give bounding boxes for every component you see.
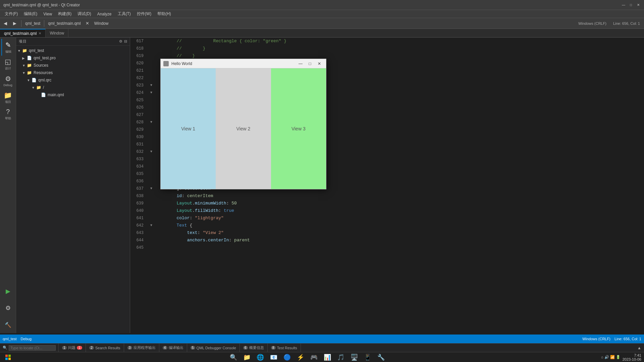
- taskbar-app-9[interactable]: 🖥️: [348, 351, 360, 362]
- bottom-panel-right: ▲: [635, 344, 644, 352]
- menu-item-d[interactable]: 调试(D): [75, 10, 94, 17]
- sidebar-filter-icon[interactable]: ⚙: [119, 39, 123, 44]
- taskbar-app-7[interactable]: 📊: [321, 351, 333, 362]
- menu-item-e[interactable]: 编辑(E): [21, 10, 40, 17]
- fold-arrow-620: [150, 60, 156, 67]
- menu-item-f[interactable]: 文件(F): [2, 10, 20, 17]
- preview-close[interactable]: ✕: [315, 61, 323, 67]
- fold-arrow-623[interactable]: ▼: [150, 82, 156, 89]
- taskbar-app-3[interactable]: 📧: [268, 351, 280, 362]
- tree-arrow-0: ▼: [17, 49, 22, 53]
- search-icon: 🔍: [3, 346, 7, 350]
- line-num-643: 643: [130, 229, 144, 237]
- tab-label-general-msgs: 概要信息: [249, 345, 264, 350]
- bottom-tab-issues[interactable]: 1问题1: [59, 344, 86, 352]
- fold-arrow-632[interactable]: ▼: [150, 148, 156, 156]
- taskbar-app-6[interactable]: 🎮: [308, 351, 320, 362]
- menu-item-analyze[interactable]: Analyze: [95, 11, 114, 17]
- sidebar-item-design[interactable]: ◱ 设计: [1, 56, 15, 72]
- tab-bar: qml_test/main.qml ✕ Window: [0, 29, 644, 38]
- tree-label-3: Resources: [34, 70, 53, 75]
- fold-arrow-627: [150, 111, 156, 119]
- tab-num-compile-output: 4: [163, 346, 167, 350]
- sidebar-item-debugrun[interactable]: ⚙: [1, 300, 15, 316]
- bottom-tab-compile-output[interactable]: 4编译输出: [159, 344, 187, 352]
- fold-arrow-642[interactable]: ▼: [150, 222, 156, 229]
- bottom-tab-qml-debugger[interactable]: 5QML Debugger Console: [187, 344, 240, 352]
- bottom-tab-test-results[interactable]: 8Test Results: [268, 344, 301, 352]
- tree-arrow-2: ▼: [22, 64, 27, 67]
- sidebar-item-help[interactable]: ? 帮助: [1, 106, 15, 123]
- menu-item-w[interactable]: 控件(W): [134, 10, 154, 17]
- taskbar-clock[interactable]: 7:412023-10-06: [623, 353, 641, 361]
- edit-icon: ✎: [5, 41, 11, 49]
- toolbar-forward[interactable]: ▶: [11, 19, 19, 27]
- tree-label-1: qml_test.pro: [34, 56, 56, 60]
- tab-label-compile-output: 编译输出: [169, 345, 183, 350]
- tab-window[interactable]: Window: [46, 29, 68, 37]
- code-line-643: text: "View 2": [150, 229, 635, 237]
- minimize-button[interactable]: —: [621, 3, 626, 7]
- start-button[interactable]: [0, 355, 16, 360]
- line-num-642: 642: [130, 222, 144, 229]
- debugrun-icon: ⚙: [5, 304, 11, 312]
- sidebar-item-project[interactable]: 📁 项目: [1, 89, 15, 106]
- build-icon: 🔨: [5, 322, 11, 328]
- taskbar-app-0[interactable]: 🔍: [227, 351, 239, 362]
- tree-item-5[interactable]: ▼📁/: [16, 84, 130, 91]
- tree-item-6[interactable]: 📄main.qml: [16, 91, 130, 99]
- sidebar-item-build[interactable]: 🔨: [1, 316, 15, 333]
- close-button[interactable]: ✕: [636, 3, 641, 7]
- line-num-634: 634: [130, 163, 144, 170]
- bottom-tab-general-msgs[interactable]: 6概要信息: [240, 344, 268, 352]
- menu-item-h[interactable]: 帮助(H): [155, 10, 174, 17]
- sidebar-collapse-icon[interactable]: ⊟: [124, 39, 127, 44]
- preview-minimize[interactable]: —: [297, 61, 305, 67]
- fold-arrow-637[interactable]: ▼: [150, 185, 156, 192]
- taskbar-app-1[interactable]: 📁: [241, 351, 253, 362]
- tree-item-4[interactable]: ▼📄qml.qrc: [16, 76, 130, 84]
- fold-arrow-628[interactable]: ▼: [150, 119, 156, 126]
- tree-icon-2: 📁: [27, 63, 32, 68]
- sidebar-item-run[interactable]: ▶: [1, 283, 15, 300]
- tab-num-app-output: 3: [127, 346, 132, 350]
- tree-item-3[interactable]: ▼📁Resources: [16, 69, 130, 76]
- bottom-tab-search[interactable]: 2Search Results: [86, 344, 124, 352]
- sidebar-item-debug[interactable]: ⚙ Debug: [1, 72, 15, 89]
- line-num-638: 638: [130, 192, 144, 200]
- menu-item-view[interactable]: View: [41, 11, 55, 17]
- taskbar-app-4[interactable]: 🔵: [281, 351, 293, 362]
- taskbar-app-10[interactable]: 📱: [362, 351, 374, 362]
- toolbar-back[interactable]: ◀: [1, 19, 9, 27]
- bottom-search-input[interactable]: [9, 345, 56, 351]
- toolbar-close-file[interactable]: ✕: [84, 19, 92, 27]
- encoding-status: Windows (CRLF): [582, 337, 610, 341]
- maximize-button[interactable]: □: [629, 3, 633, 7]
- code-line-639: Layout.minimumWidth: 50: [150, 200, 635, 207]
- taskbar-app-2[interactable]: 🌐: [254, 351, 266, 362]
- tree-icon-0: 📁: [22, 48, 28, 53]
- expand-panel-button[interactable]: ▲: [637, 346, 641, 350]
- line-num-631: 631: [130, 141, 144, 148]
- sidebar-item-edit[interactable]: ✎ 编辑: [1, 39, 15, 56]
- taskbar-app-8[interactable]: 🎵: [335, 351, 347, 362]
- bottom-tab-app-output[interactable]: 3应用程序输出: [124, 344, 159, 352]
- tab-close-icon[interactable]: ✕: [39, 32, 41, 35]
- tree-item-0[interactable]: ▼📁qml_test: [16, 47, 130, 54]
- tab-main-qml[interactable]: qml_test/main.qml ✕: [0, 29, 46, 37]
- taskbar-app-5[interactable]: ⚡: [294, 351, 307, 362]
- tree-item-1[interactable]: ▶📄qml_test.pro: [16, 54, 130, 62]
- fold-arrow-624[interactable]: ▼: [150, 89, 156, 97]
- tree-arrow-4: ▼: [27, 78, 32, 82]
- project-icon: 📁: [4, 91, 12, 99]
- fold-arrow-631: [150, 141, 156, 148]
- preview-maximize[interactable]: □: [306, 61, 314, 67]
- taskbar-app-11[interactable]: 🔧: [375, 351, 387, 362]
- line-num-635: 635: [130, 170, 144, 178]
- status-debug: Debug: [21, 337, 32, 341]
- tree-item-2[interactable]: ▼📁Sources: [16, 62, 130, 69]
- menu-item-b[interactable]: 构建(B): [55, 10, 74, 17]
- menu-item-t[interactable]: 工具(T): [115, 10, 133, 17]
- date-label: 2023-10-06: [623, 357, 641, 361]
- system-tray: ⌂ 🔊 📶 🔋: [601, 355, 621, 359]
